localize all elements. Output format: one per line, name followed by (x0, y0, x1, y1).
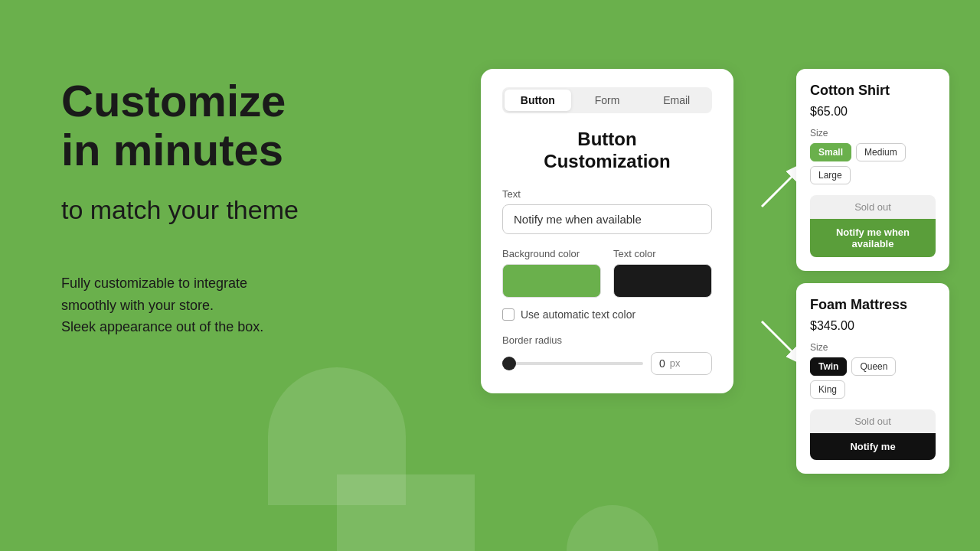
slider-unit: px (670, 357, 681, 369)
foam-mattress-sold-out: Sold out (810, 409, 936, 433)
size-twin-btn[interactable]: Twin (810, 357, 847, 376)
bg-color-field: Background color (502, 248, 601, 298)
tab-email[interactable]: Email (643, 90, 710, 111)
tab-button[interactable]: Button (505, 90, 571, 111)
bg-color-swatch[interactable] (502, 264, 601, 298)
text-color-field: Text color (613, 248, 712, 298)
size-king-btn[interactable]: King (810, 380, 845, 399)
panel-title: Button Customization (502, 129, 712, 173)
foam-mattress-notify-btn[interactable]: Notify me (810, 433, 936, 460)
body-text: Fully customizable to integrate smoothly… (61, 272, 429, 338)
body-line1: Fully customizable to integrate (61, 276, 247, 291)
tabs-container: Button Form Email (502, 87, 712, 113)
color-row: Background color Text color (502, 248, 712, 298)
product-card-foam-mattress: Foam Mattress $345.00 Size Twin Queen Ki… (796, 283, 949, 474)
auto-color-row: Use automatic text color (502, 308, 712, 321)
size-medium-btn[interactable]: Medium (856, 143, 906, 161)
cotton-shirt-sizes: Small Medium Large (810, 143, 936, 184)
body-line2: smoothly with your store. (61, 298, 214, 313)
size-large-btn[interactable]: Large (810, 166, 851, 184)
headline-line1: Customize (61, 76, 286, 126)
bg-color-label: Background color (502, 248, 601, 259)
body-line3: Sleek appearance out of the box. (61, 319, 263, 334)
slider-value: 0 (659, 357, 665, 370)
customization-panel: Button Form Email Button Customization T… (481, 69, 733, 393)
size-small-btn[interactable]: Small (810, 143, 851, 161)
auto-color-checkbox[interactable] (502, 308, 514, 321)
foam-mattress-size-label: Size (810, 342, 936, 353)
cotton-shirt-size-label: Size (810, 128, 936, 139)
cotton-shirt-name: Cotton Shirt (810, 83, 936, 99)
cotton-shirt-notify-btn[interactable]: Notify me when available (810, 219, 936, 257)
border-radius-label: Border radius (502, 334, 712, 346)
foam-mattress-name: Foam Mattress (810, 297, 936, 313)
bg-decor-3 (567, 505, 658, 551)
headline-line2: in minutes (61, 125, 283, 174)
left-section: Customize in minutes to match your theme… (61, 77, 429, 338)
text-color-swatch[interactable] (613, 264, 712, 298)
border-radius-track[interactable] (502, 362, 643, 365)
slider-thumb[interactable] (502, 357, 516, 370)
text-field-label: Text (502, 188, 712, 200)
border-radius-row: 0 px (502, 352, 712, 375)
subheadline: to match your theme (61, 193, 429, 227)
product-cards: Cotton Shirt $65.00 Size Small Medium La… (796, 69, 949, 474)
tab-form[interactable]: Form (574, 90, 641, 111)
foam-mattress-sizes: Twin Queen King (810, 357, 936, 399)
bg-decor-2 (337, 474, 475, 551)
cotton-shirt-sold-out: Sold out (810, 195, 936, 219)
cotton-shirt-price: $65.00 (810, 105, 936, 119)
text-color-label: Text color (613, 248, 712, 259)
product-card-cotton-shirt: Cotton Shirt $65.00 Size Small Medium La… (796, 69, 949, 271)
size-queen-btn[interactable]: Queen (851, 357, 896, 376)
slider-value-box: 0 px (651, 352, 712, 375)
notify-text-input[interactable] (502, 204, 712, 234)
headline: Customize in minutes (61, 77, 429, 174)
foam-mattress-price: $345.00 (810, 319, 936, 333)
auto-color-label: Use automatic text color (521, 308, 635, 321)
